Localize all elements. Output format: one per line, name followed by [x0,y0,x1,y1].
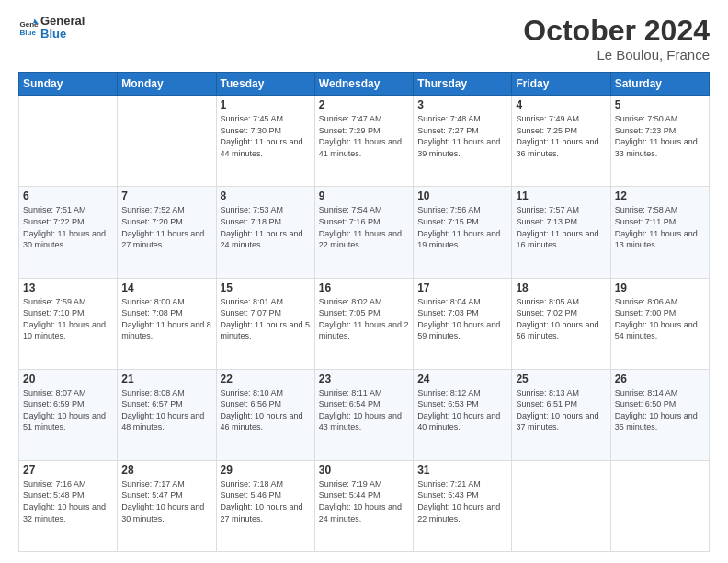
day-info: Sunrise: 8:01 AMSunset: 7:07 PMDaylight:… [221,296,311,342]
calendar-cell [610,460,709,551]
day-info: Sunrise: 7:52 AMSunset: 7:20 PMDaylight:… [121,204,211,250]
day-number: 7 [121,190,211,202]
day-info: Sunrise: 7:56 AMSunset: 7:15 PMDaylight:… [417,204,507,250]
day-info: Sunrise: 7:49 AMSunset: 7:25 PMDaylight:… [516,113,606,159]
week-row-5: 27Sunrise: 7:16 AMSunset: 5:48 PMDayligh… [19,460,710,551]
day-info: Sunrise: 7:45 AMSunset: 7:30 PMDaylight:… [221,113,311,159]
calendar-cell: 4Sunrise: 7:49 AMSunset: 7:25 PMDaylight… [512,96,610,187]
week-row-1: 1Sunrise: 7:45 AMSunset: 7:30 PMDaylight… [19,96,710,187]
week-row-2: 6Sunrise: 7:51 AMSunset: 7:22 PMDaylight… [19,187,710,278]
calendar-cell [118,96,216,187]
weekday-header-sunday: Sunday [19,73,118,96]
day-number: 1 [221,98,311,111]
calendar-cell: 27Sunrise: 7:16 AMSunset: 5:48 PMDayligh… [19,460,118,551]
day-info: Sunrise: 8:04 AMSunset: 7:03 PMDaylight:… [417,296,507,342]
calendar-cell: 14Sunrise: 8:00 AMSunset: 7:08 PMDayligh… [118,278,216,369]
calendar-cell: 22Sunrise: 8:10 AMSunset: 6:56 PMDayligh… [216,369,314,460]
day-number: 29 [221,464,311,477]
header: General Blue General Blue October 2024 L… [18,15,710,63]
day-number: 19 [615,282,705,294]
day-number: 16 [319,282,409,294]
page: General Blue General Blue October 2024 L… [0,0,728,563]
day-number: 26 [615,373,705,385]
day-number: 25 [516,373,606,385]
calendar-cell: 25Sunrise: 8:13 AMSunset: 6:51 PMDayligh… [512,369,610,460]
day-number: 20 [23,373,113,385]
day-number: 14 [121,282,211,294]
calendar-cell: 1Sunrise: 7:45 AMSunset: 7:30 PMDaylight… [216,96,314,187]
day-number: 23 [319,373,409,385]
calendar-cell: 31Sunrise: 7:21 AMSunset: 5:43 PMDayligh… [414,460,512,551]
day-info: Sunrise: 7:18 AMSunset: 5:46 PMDaylight:… [221,478,311,524]
calendar-cell [19,96,118,187]
calendar-cell: 20Sunrise: 8:07 AMSunset: 6:59 PMDayligh… [19,369,118,460]
day-info: Sunrise: 7:48 AMSunset: 7:27 PMDaylight:… [417,113,507,159]
calendar-cell: 29Sunrise: 7:18 AMSunset: 5:46 PMDayligh… [216,460,314,551]
day-info: Sunrise: 7:57 AMSunset: 7:13 PMDaylight:… [516,204,606,250]
day-info: Sunrise: 7:17 AMSunset: 5:47 PMDaylight:… [121,478,211,524]
weekday-header-friday: Friday [512,73,610,96]
day-info: Sunrise: 8:06 AMSunset: 7:00 PMDaylight:… [615,296,705,342]
calendar-cell: 17Sunrise: 8:04 AMSunset: 7:03 PMDayligh… [414,278,512,369]
calendar-cell: 7Sunrise: 7:52 AMSunset: 7:20 PMDaylight… [118,187,216,278]
day-info: Sunrise: 8:12 AMSunset: 6:53 PMDaylight:… [417,387,507,433]
calendar-cell: 16Sunrise: 8:02 AMSunset: 7:05 PMDayligh… [314,278,413,369]
calendar-cell: 23Sunrise: 8:11 AMSunset: 6:54 PMDayligh… [314,369,413,460]
calendar-table: SundayMondayTuesdayWednesdayThursdayFrid… [18,72,710,552]
day-info: Sunrise: 7:47 AMSunset: 7:29 PMDaylight:… [319,113,409,159]
day-number: 10 [417,190,507,202]
day-number: 30 [319,464,409,477]
day-info: Sunrise: 8:00 AMSunset: 7:08 PMDaylight:… [121,296,211,342]
logo-line1: General [40,15,85,28]
calendar-cell: 26Sunrise: 8:14 AMSunset: 6:50 PMDayligh… [610,369,709,460]
day-number: 24 [417,373,507,385]
day-number: 2 [319,98,409,111]
logo: General Blue General Blue [18,15,85,41]
day-info: Sunrise: 8:05 AMSunset: 7:02 PMDaylight:… [516,296,606,342]
day-info: Sunrise: 8:08 AMSunset: 6:57 PMDaylight:… [121,387,211,433]
weekday-header-row: SundayMondayTuesdayWednesdayThursdayFrid… [19,73,710,96]
calendar-cell: 15Sunrise: 8:01 AMSunset: 7:07 PMDayligh… [216,278,314,369]
day-number: 18 [516,282,606,294]
day-info: Sunrise: 7:59 AMSunset: 7:10 PMDaylight:… [23,296,113,342]
day-number: 11 [516,190,606,202]
day-info: Sunrise: 7:50 AMSunset: 7:23 PMDaylight:… [615,113,705,159]
day-info: Sunrise: 7:58 AMSunset: 7:11 PMDaylight:… [615,204,705,250]
svg-text:Blue: Blue [19,29,36,37]
day-number: 4 [516,98,606,111]
calendar-title: October 2024 [523,15,710,47]
day-info: Sunrise: 7:51 AMSunset: 7:22 PMDaylight:… [23,204,113,250]
weekday-header-thursday: Thursday [414,73,512,96]
weekday-header-monday: Monday [118,73,216,96]
calendar-cell [512,460,610,551]
week-row-3: 13Sunrise: 7:59 AMSunset: 7:10 PMDayligh… [19,278,710,369]
day-info: Sunrise: 7:53 AMSunset: 7:18 PMDaylight:… [221,204,311,250]
calendar-cell: 11Sunrise: 7:57 AMSunset: 7:13 PMDayligh… [512,187,610,278]
day-info: Sunrise: 8:07 AMSunset: 6:59 PMDaylight:… [23,387,113,433]
day-number: 6 [23,190,113,202]
day-info: Sunrise: 8:11 AMSunset: 6:54 PMDaylight:… [319,387,409,433]
calendar-cell: 13Sunrise: 7:59 AMSunset: 7:10 PMDayligh… [19,278,118,369]
calendar-cell: 12Sunrise: 7:58 AMSunset: 7:11 PMDayligh… [610,187,709,278]
calendar-cell: 18Sunrise: 8:05 AMSunset: 7:02 PMDayligh… [512,278,610,369]
day-info: Sunrise: 8:14 AMSunset: 6:50 PMDaylight:… [615,387,705,433]
day-info: Sunrise: 7:21 AMSunset: 5:43 PMDaylight:… [417,478,507,524]
calendar-cell: 30Sunrise: 7:19 AMSunset: 5:44 PMDayligh… [314,460,413,551]
calendar-cell: 10Sunrise: 7:56 AMSunset: 7:15 PMDayligh… [414,187,512,278]
day-number: 21 [121,373,211,385]
week-row-4: 20Sunrise: 8:07 AMSunset: 6:59 PMDayligh… [19,369,710,460]
day-info: Sunrise: 8:10 AMSunset: 6:56 PMDaylight:… [221,387,311,433]
calendar-cell: 21Sunrise: 8:08 AMSunset: 6:57 PMDayligh… [118,369,216,460]
day-info: Sunrise: 7:16 AMSunset: 5:48 PMDaylight:… [23,478,113,524]
calendar-subtitle: Le Boulou, France [523,47,710,63]
day-info: Sunrise: 8:13 AMSunset: 6:51 PMDaylight:… [516,387,606,433]
day-number: 15 [221,282,311,294]
day-number: 12 [615,190,705,202]
weekday-header-wednesday: Wednesday [314,73,413,96]
logo-icon: General Blue [18,17,39,38]
calendar-cell: 2Sunrise: 7:47 AMSunset: 7:29 PMDaylight… [314,96,413,187]
calendar-cell: 19Sunrise: 8:06 AMSunset: 7:00 PMDayligh… [610,278,709,369]
day-number: 3 [417,98,507,111]
weekday-header-tuesday: Tuesday [216,73,314,96]
calendar-cell: 3Sunrise: 7:48 AMSunset: 7:27 PMDaylight… [414,96,512,187]
